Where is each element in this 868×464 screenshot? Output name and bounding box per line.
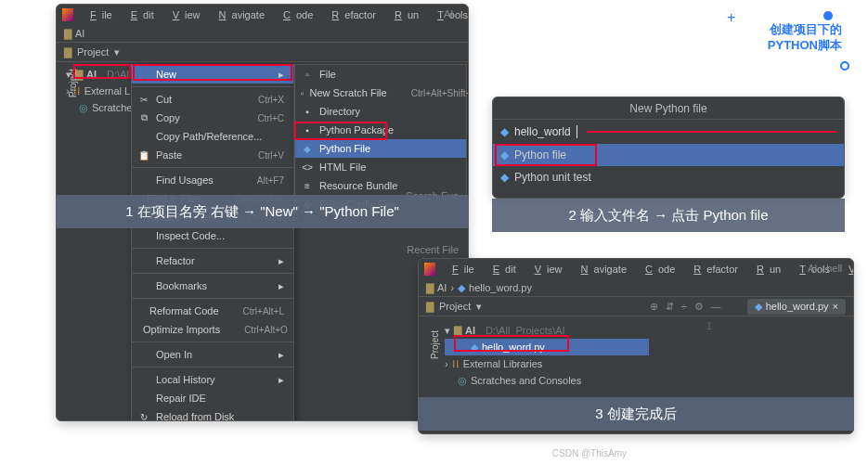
menu-item-reformat-code[interactable]: Reformat CodeCtrl+Alt+L (132, 302, 293, 320)
recent-files-text: Recent File (407, 244, 459, 255)
menu-navigate[interactable]: Navigate (208, 7, 270, 22)
window-title-tail: AI - hell (808, 263, 842, 274)
menubar: FileEditViewNavigateCodeRefactorRunTools… (419, 259, 853, 279)
submenu-item-file[interactable]: ▫File (295, 65, 466, 84)
crumb-file[interactable]: hello_word.py (469, 282, 532, 293)
title-line1: 创建项目下的 (731, 22, 842, 38)
tree-root[interactable]: ▾ ▇ AI D:\All_Projects\AI (445, 322, 686, 339)
watermark: CSDN @ThisAmy (552, 448, 627, 458)
minimize-icon[interactable]: — (711, 301, 721, 312)
tree-external[interactable]: › ⁞⁞ External Libraries (445, 355, 686, 372)
menu-run[interactable]: Run (745, 262, 786, 277)
submenu-item-directory[interactable]: ▪Directory (295, 102, 466, 121)
menu-item-cut[interactable]: ✂CutCtrl+X (132, 90, 293, 109)
caption-step2: 2 输入文件名 → 点击 Python file (492, 199, 845, 232)
menu-view[interactable]: View (162, 7, 206, 22)
dialog-title: New Python file (493, 97, 844, 120)
gutter-line: 1 (706, 320, 712, 331)
menu-code[interactable]: Code (634, 262, 680, 277)
project-icon: ▇ (426, 301, 434, 313)
filename-value: hello_world (514, 125, 571, 138)
menu-item-optimize-imports[interactable]: Optimize ImportsCtrl+Alt+O (132, 320, 293, 339)
menu-item-copy[interactable]: ⧉CopyCtrl+C (132, 109, 293, 127)
menu-refactor[interactable]: Refactor (320, 7, 382, 22)
project-toolbar: ▇ Project ▾ ⊕ ⇵ ÷ ⚙ — ◆ hello_word.py × (419, 296, 853, 316)
menu-item-paste[interactable]: 📋PasteCtrl+V (132, 146, 293, 164)
folder-icon: ▇ (64, 28, 71, 40)
window-title-tail: AI (444, 8, 453, 19)
project-dropdown[interactable]: Project (439, 301, 471, 312)
option-label: Python unit test (514, 171, 591, 184)
divide-icon[interactable]: ÷ (681, 301, 687, 312)
submenu-item-new-scratch-file[interactable]: ▫New Scratch FileCtrl+Alt+Shift+Insert (295, 84, 466, 102)
app-icon (424, 263, 435, 276)
menubar: FileEditViewNavigateCodeRefactorRunTools… (57, 5, 468, 25)
menu-edit[interactable]: Edit (120, 7, 160, 22)
caption-step1: 1 在项目名旁 右键 → "New" → "Python File" (56, 195, 469, 228)
submenu-item-python-file[interactable]: ◆Python File (295, 139, 466, 158)
editor-tab[interactable]: ◆ hello_word.py × (747, 299, 846, 315)
close-icon[interactable]: × (833, 301, 838, 312)
crumb-text: AI (75, 28, 84, 39)
menu-item-repair-ide[interactable]: Repair IDE (132, 389, 293, 407)
menu-item-inspect-code-[interactable]: Inspect Code... (132, 226, 293, 245)
python-icon: ◆ (458, 282, 465, 294)
submenu-item-python-package[interactable]: ▪Python Package (295, 121, 466, 139)
menu-item-reload-from-disk[interactable]: ↻Reload from Disk (132, 407, 293, 421)
menu-code[interactable]: Code (272, 7, 318, 22)
option-python-unit-test[interactable]: ◆ Python unit test (493, 166, 844, 188)
project-tree: ▾ ▇ AI D:\All_Projects\AI ◆ hello_word.p… (435, 318, 695, 393)
menu-item-open-in[interactable]: Open In▸ (132, 345, 293, 364)
menu-item-copy-path-reference-[interactable]: Copy Path/Reference... (132, 127, 293, 146)
chevron-down-icon[interactable]: ▾ (114, 46, 120, 58)
target-icon[interactable]: ⊕ (650, 301, 658, 313)
tab-label: hello_word.py (766, 301, 829, 312)
app-icon (62, 8, 73, 21)
submenu-item-html-file[interactable]: <>HTML File (295, 158, 466, 176)
panel-step2: New Python file ◆ hello_world ◆ Python f… (492, 97, 845, 199)
title-decoration: + 创建项目下的 PYTHON脚本 (731, 22, 842, 54)
underline-highlight (587, 131, 836, 133)
menu-item-local-history[interactable]: Local History▸ (132, 370, 293, 389)
breadcrumb: ▇ AI › ◆ hello_word.py (419, 279, 853, 296)
menu-file[interactable]: File (79, 7, 118, 22)
breadcrumb: ▇ AI (57, 25, 468, 42)
menu-item-new[interactable]: New▸ (132, 65, 293, 84)
menu-edit[interactable]: Edit (482, 262, 522, 277)
python-icon: ◆ (500, 148, 509, 161)
python-icon: ◆ (500, 125, 509, 138)
menu-item-refactor[interactable]: Refactor▸ (132, 251, 293, 270)
folder-icon: ▇ (426, 282, 434, 294)
chevron-down-icon[interactable]: ▾ (476, 301, 482, 313)
menu-item-bookmarks[interactable]: Bookmarks▸ (132, 277, 293, 295)
project-toolbar: ▇ Project ▾ (57, 42, 468, 62)
option-label: Python file (514, 148, 566, 161)
plus-icon: + (727, 9, 735, 26)
python-icon: ◆ (755, 301, 762, 313)
menu-navigate[interactable]: Navigate (570, 262, 632, 277)
crumb-project[interactable]: AI (437, 282, 447, 293)
caption-step3: 3 创建完成后 (418, 397, 854, 431)
menu-refactor[interactable]: Refactor (682, 262, 744, 277)
title-line2: PYTHON脚本 (731, 38, 842, 54)
tree-file[interactable]: ◆ hello_word.py (445, 339, 649, 355)
dot-icon (823, 11, 833, 20)
python-icon: ◆ (500, 171, 509, 184)
option-python-file[interactable]: ◆ Python file (493, 144, 844, 166)
settings-icon[interactable]: ⚙ (694, 301, 704, 313)
menu-view[interactable]: View (524, 262, 568, 277)
menu-run[interactable]: Run (383, 7, 424, 22)
project-dropdown[interactable]: Project (77, 46, 109, 58)
context-menu: New▸✂CutCtrl+X⧉CopyCtrl+CCopy Path/Refer… (131, 64, 294, 421)
filename-input[interactable]: ◆ hello_world (493, 120, 844, 144)
tree-scratches[interactable]: ◎ Scratches and Consoles (445, 372, 686, 389)
project-icon: ▇ (64, 46, 71, 58)
menu-file[interactable]: File (441, 262, 480, 277)
circle-icon (840, 61, 849, 71)
menu-item-find-usages[interactable]: Find UsagesAlt+F7 (132, 171, 293, 189)
sidebar-project-label[interactable]: Project (68, 69, 78, 97)
expand-icon[interactable]: ⇵ (666, 301, 674, 313)
